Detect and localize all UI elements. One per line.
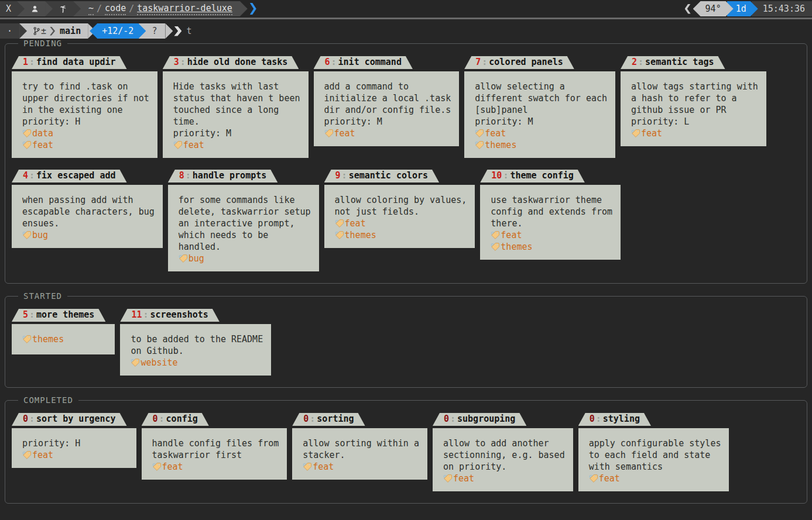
tag-icon: [335, 219, 344, 228]
task-id: 7: [475, 57, 481, 67]
tab-shadow: [574, 56, 584, 69]
task-id: 6: [325, 57, 330, 67]
task-tab: 6:init command: [314, 56, 422, 71]
task-card[interactable]: 0:config handle config files from taskwa…: [142, 413, 287, 480]
task-card[interactable]: 3:hide old done tasks Hide tasks with la…: [163, 56, 309, 158]
task-card[interactable]: 8:handle prompts for some commands like …: [168, 170, 319, 271]
task-tag: data: [22, 128, 149, 139]
task-body: for some commands like delete, taskwarri…: [168, 185, 319, 271]
task-id: 0: [303, 414, 309, 424]
tag-label: feat: [334, 128, 355, 139]
task-card[interactable]: 1:find data updir try to find .task on u…: [12, 56, 157, 158]
task-title: handle prompts: [193, 170, 266, 181]
task-tag: themes: [335, 229, 467, 241]
task-tab: 0:styling: [578, 413, 660, 428]
tag-icon: [475, 140, 484, 150]
tab-shadow: [299, 56, 308, 69]
task-title: init command: [338, 57, 402, 67]
clock-segment: 15:43:36: [752, 1, 812, 16]
task-tag: feat: [152, 461, 279, 473]
task-title: theme config: [510, 170, 573, 181]
task-card[interactable]: 0:styling apply configurable styles to e…: [578, 413, 729, 491]
git-branch-icon: [33, 26, 40, 36]
kanban-section: STARTED 5:more themes themes 11:screensh…: [5, 296, 807, 388]
task-id-separator: :: [482, 57, 487, 67]
task-tags: feat: [324, 128, 451, 139]
task-tags: feat themes: [491, 229, 612, 253]
tag-label: themes: [485, 140, 516, 150]
section-title: STARTED: [18, 291, 67, 301]
task-tag: feat: [491, 229, 612, 241]
tab-shadow: [220, 309, 229, 322]
task-id-separator: :: [342, 170, 347, 181]
task-card[interactable]: 0:sorting allow sorting within a stacker…: [292, 413, 427, 480]
task-title: semantic tags: [645, 57, 714, 67]
task-tag: feat: [475, 128, 607, 139]
task-title: more themes: [36, 309, 94, 320]
task-card[interactable]: 0:subgrouping allow to add another secti…: [433, 413, 573, 491]
tab-shadow: [127, 170, 136, 182]
tab-shadow: [651, 413, 660, 426]
tag-label: feat: [32, 140, 53, 150]
task-tags: feat themes: [335, 218, 467, 241]
task-tags: website: [131, 357, 263, 369]
section-rows: 0:sort by urgency priority: H feat 0:con…: [12, 413, 800, 491]
section-title: PENDING: [18, 39, 67, 48]
powerline-separator-icon: [240, 1, 248, 16]
tag-label: feat: [485, 128, 506, 139]
task-card[interactable]: 9:semantic colors allow coloring by valu…: [324, 170, 475, 248]
tag-icon: [631, 129, 640, 138]
task-id: 8: [179, 170, 184, 181]
task-description: when passing add with escapable characte…: [22, 194, 155, 229]
task-id: 0: [23, 414, 28, 424]
task-id: 0: [444, 414, 449, 424]
task-description: allow sorting within a stacker.: [303, 438, 419, 461]
path-home: ~: [88, 3, 94, 15]
task-body: Hide tasks with last status that haven t…: [163, 71, 309, 158]
task-description: Hide tasks with last status that haven t…: [173, 81, 300, 139]
tab-shadow: [105, 309, 115, 322]
tag-icon: [22, 335, 32, 344]
section-rows: 5:more themes themes 11:screenshots to b…: [12, 309, 800, 376]
task-card[interactable]: 6:init command add a command to initiali…: [314, 56, 460, 146]
task-id: 0: [590, 414, 595, 424]
task-description: add a command to initialize a local .tas…: [324, 81, 451, 128]
task-id: 10: [491, 170, 502, 181]
task-title: sorting: [317, 414, 354, 424]
task-card[interactable]: 7:colored panels allow selecting a diffe…: [464, 56, 615, 158]
task-id: 0: [153, 414, 158, 424]
task-card[interactable]: 0:sort by urgency priority: H feat: [12, 413, 136, 468]
task-card[interactable]: 10:theme config use taskwarrior theme co…: [480, 170, 621, 260]
task-tags: themes: [22, 333, 107, 345]
task-description: allow selecting a different swatch for e…: [475, 81, 607, 128]
prompt-chevron-icon: [250, 3, 256, 15]
user-icon: [30, 5, 39, 13]
task-card[interactable]: 2:semantic tags allow tags starting with…: [621, 56, 766, 146]
card-row: 1:find data updir try to find .task on u…: [12, 56, 800, 158]
tab-shadow: [277, 170, 287, 182]
tag-label: bug: [189, 253, 204, 264]
user-segment: [25, 1, 45, 16]
tag-label: themes: [32, 334, 64, 345]
task-id: 2: [632, 57, 637, 67]
task-id-separator: :: [596, 414, 601, 424]
task-id-separator: :: [186, 170, 191, 181]
tab-shadow: [127, 413, 136, 426]
task-tags: feat: [589, 473, 721, 484]
task-card[interactable]: 11:screenshots to be added to the README…: [120, 309, 271, 376]
tab-shadow: [585, 170, 594, 182]
tag-icon: [303, 462, 312, 471]
task-id: 1: [23, 57, 28, 67]
task-card[interactable]: 4:fix escaped add when passing add with …: [12, 170, 163, 248]
task-id-separator: :: [29, 309, 35, 320]
tab-shadow: [526, 413, 536, 426]
typed-command[interactable]: t: [186, 26, 191, 36]
tag-label: feat: [501, 230, 522, 240]
tag-icon: [152, 462, 162, 471]
task-id: 11: [131, 309, 142, 320]
task-description: allow tags starting with a hash to refer…: [631, 81, 758, 128]
task-tab: 11:screenshots: [120, 309, 228, 324]
task-tags: feat: [173, 139, 300, 151]
session-segment: X: [0, 1, 17, 16]
task-card[interactable]: 5:more themes themes: [12, 309, 115, 354]
